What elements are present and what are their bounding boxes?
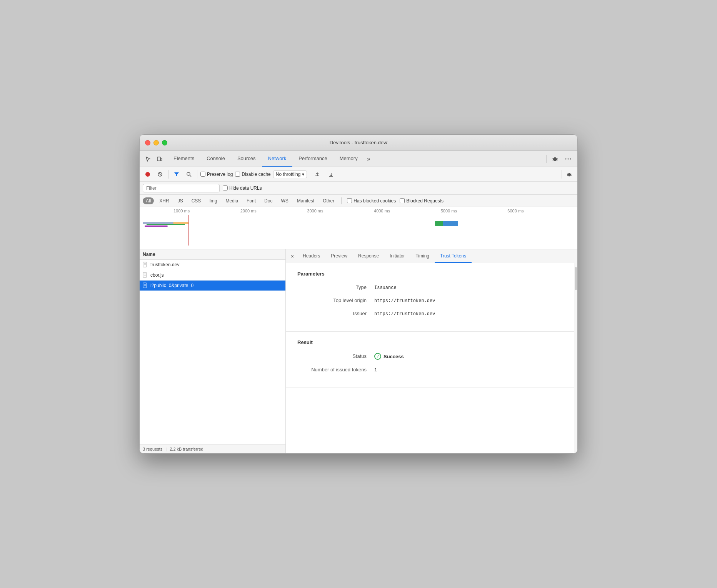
upload-button[interactable] <box>312 169 322 179</box>
svg-point-2 <box>565 158 567 159</box>
file-icon <box>143 262 148 268</box>
tab-timing[interactable]: Timing <box>410 249 435 263</box>
ruler-mark-3: 3000 ms <box>307 209 374 213</box>
type-media-button[interactable]: Media <box>222 197 241 204</box>
filter-input[interactable] <box>143 184 220 192</box>
window-controls <box>145 140 167 145</box>
transferred-size: 2.2 kB transferred <box>170 447 203 451</box>
hide-data-urls-group[interactable]: Hide data URLs <box>223 185 262 191</box>
timeline-line-green <box>147 224 185 225</box>
tab-headers[interactable]: Headers <box>297 249 325 263</box>
scrollbar-thumb[interactable] <box>575 267 577 290</box>
type-manifest-button[interactable]: Manifest <box>294 197 317 204</box>
timeline-line-blue <box>143 222 173 224</box>
issuer-value: https://trusttoken.dev <box>374 311 435 317</box>
type-divider <box>341 197 342 204</box>
ruler-mark-2: 2000 ms <box>240 209 307 213</box>
request-item-trusttoken[interactable]: trusttoken.dev <box>140 260 285 270</box>
tab-preview[interactable]: Preview <box>325 249 353 263</box>
search-button[interactable] <box>184 169 194 179</box>
parameters-section: Parameters Type Issuance Top level origi… <box>286 263 577 332</box>
type-xhr-button[interactable]: XHR <box>156 197 172 204</box>
timeline-ruler: 1000 ms 2000 ms 3000 ms 4000 ms 5000 ms … <box>140 207 577 213</box>
request-item-cbor[interactable]: cbor.js <box>140 270 285 281</box>
tab-console[interactable]: Console <box>200 151 231 167</box>
type-all-button[interactable]: All <box>143 197 154 204</box>
title-bar: DevTools - trusttoken.dev/ <box>140 135 577 151</box>
hide-data-urls-checkbox[interactable] <box>223 185 228 190</box>
blocked-requests-checkbox[interactable] <box>400 198 405 203</box>
blocked-requests-group[interactable]: Blocked Requests <box>400 198 444 204</box>
preserve-log-label: Preserve log <box>207 172 233 177</box>
tokens-label: Number of issued tokens <box>297 367 374 373</box>
type-row: Type Issuance <box>297 284 566 291</box>
request-name: cbor.js <box>150 272 164 278</box>
divider1 <box>168 170 168 179</box>
type-doc-button[interactable]: Doc <box>261 197 275 204</box>
tab-trust-tokens[interactable]: Trust Tokens <box>435 249 472 263</box>
divider <box>546 155 547 163</box>
disable-cache-label: Disable cache <box>242 172 270 177</box>
download-button[interactable] <box>326 169 336 179</box>
minimize-button[interactable] <box>153 140 159 145</box>
type-filter-row: All XHR JS CSS Img Media Font Doc WS Man… <box>140 195 577 207</box>
toolbar-settings-icon[interactable] <box>564 169 574 179</box>
device-icon[interactable] <box>154 154 165 164</box>
preserve-log-checkbox[interactable] <box>200 172 205 177</box>
blocked-requests-label: Blocked Requests <box>406 198 444 204</box>
ellipsis-icon[interactable] <box>563 154 574 164</box>
scrollbar-track[interactable] <box>574 263 577 453</box>
status-value: Success <box>384 354 404 359</box>
tab-network[interactable]: Network <box>262 151 293 167</box>
type-font-button[interactable]: Font <box>243 197 259 204</box>
disable-cache-checkbox[interactable] <box>235 172 240 177</box>
left-panel: Name trusttoken.dev cbor <box>140 249 286 453</box>
tokens-row: Number of issued tokens 1 <box>297 367 566 373</box>
type-img-button[interactable]: Img <box>206 197 220 204</box>
tab-memory[interactable]: Memory <box>333 151 364 167</box>
maximize-button[interactable] <box>162 140 167 145</box>
type-value: Issuance <box>374 285 397 291</box>
svg-rect-0 <box>157 157 160 161</box>
ruler-mark-5: 5000 ms <box>441 209 508 213</box>
result-title: Result <box>297 339 566 345</box>
request-item-ipublic[interactable]: i?public=0&private=0 <box>140 281 285 291</box>
type-ws-button[interactable]: WS <box>278 197 291 204</box>
clear-button[interactable] <box>155 169 165 179</box>
type-js-button[interactable]: JS <box>175 197 186 204</box>
throttle-select[interactable]: No throttling ▾ <box>273 170 307 178</box>
request-name: i?public=0&private=0 <box>150 283 193 288</box>
record-button[interactable] <box>143 169 153 179</box>
cursor-icon[interactable] <box>143 154 153 164</box>
svg-point-4 <box>570 158 571 159</box>
timeline-content <box>143 215 574 246</box>
file-icon <box>143 272 148 278</box>
settings-icon[interactable] <box>550 154 560 164</box>
type-other-button[interactable]: Other <box>320 197 337 204</box>
has-blocked-cookies-checkbox[interactable] <box>347 198 352 203</box>
tab-response[interactable]: Response <box>353 249 384 263</box>
svg-rect-1 <box>161 158 162 161</box>
filter-button[interactable] <box>172 169 182 179</box>
tab-initiator[interactable]: Initiator <box>384 249 410 263</box>
timeline-block-2 <box>443 221 458 226</box>
preserve-log-group[interactable]: Preserve log <box>200 172 233 177</box>
chevron-down-icon: ▾ <box>302 172 304 177</box>
tab-performance[interactable]: Performance <box>292 151 333 167</box>
more-tabs-button[interactable]: » <box>364 155 374 162</box>
tab-sources[interactable]: Sources <box>231 151 262 167</box>
left-panel-header: Name <box>140 249 285 260</box>
type-css-button[interactable]: CSS <box>188 197 204 204</box>
disable-cache-group[interactable]: Disable cache <box>235 172 270 177</box>
left-panel-footer: 3 requests | 2.2 kB transferred <box>140 444 285 453</box>
close-button[interactable] <box>145 140 150 145</box>
close-panel-button[interactable]: × <box>287 251 297 261</box>
has-blocked-cookies-group[interactable]: Has blocked cookies <box>347 198 396 204</box>
requests-count: 3 requests <box>143 447 162 451</box>
main-area: Name trusttoken.dev cbor <box>140 249 577 453</box>
type-label: Type <box>297 284 374 290</box>
tab-elements[interactable]: Elements <box>167 151 200 167</box>
svg-line-9 <box>190 175 192 177</box>
success-icon: ✓ <box>374 353 381 360</box>
right-panel: × Headers Preview Response Initiator Tim… <box>286 249 577 453</box>
